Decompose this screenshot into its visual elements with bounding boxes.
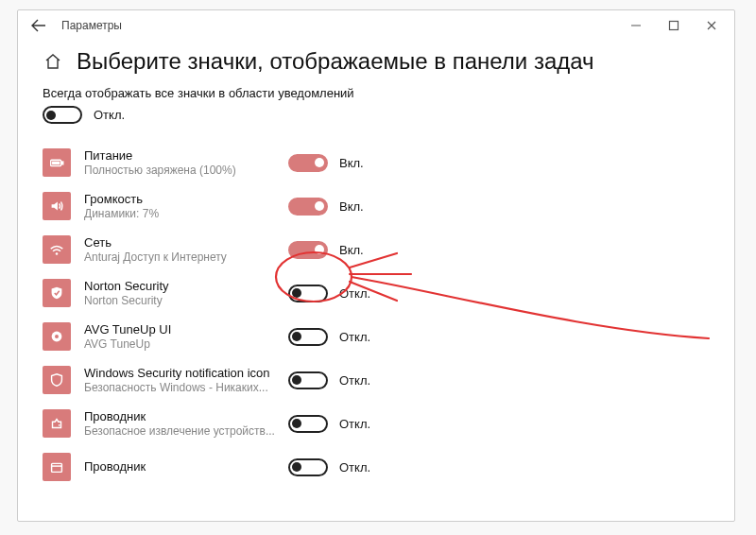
svg-rect-8	[52, 463, 62, 472]
item-toggle[interactable]	[288, 328, 328, 346]
icon-meta: Windows Security notification iconБезопа…	[84, 366, 288, 394]
toggle-wrap: Вкл.	[288, 241, 364, 259]
icon-meta: AVG TuneUp UIAVG TuneUp	[84, 322, 288, 351]
page-title: Выберите значки, отображаемые в панели з…	[77, 48, 594, 75]
item-toggle[interactable]	[288, 285, 328, 302]
winsec-icon	[43, 366, 71, 394]
window-title: Параметры	[61, 19, 122, 32]
icon-row: ПитаниеПолностью заряжена (100%)Вкл.	[43, 141, 710, 184]
item-toggle[interactable]	[288, 458, 328, 476]
icon-row: Windows Security notification iconБезопа…	[43, 358, 710, 402]
icon-subtitle: AVG TuneUp	[84, 337, 288, 351]
toggle-wrap: Вкл.	[288, 198, 364, 216]
maximize-button[interactable]	[655, 12, 693, 39]
icon-row: AVG TuneUp UIAVG TuneUpОткл.	[43, 315, 710, 358]
icon-row: СетьAnturaj Доступ к ИнтернетуВкл.	[43, 228, 710, 271]
master-toggle[interactable]	[43, 106, 82, 124]
content-area: Всегда отображать все значки в области у…	[18, 86, 734, 489]
toggle-wrap: Вкл.	[288, 154, 364, 172]
item-toggle[interactable]	[288, 154, 328, 172]
maximize-icon	[668, 20, 679, 31]
master-toggle-row: Откл.	[43, 106, 710, 124]
icon-subtitle: Безопасность Windows - Никаких...	[84, 381, 288, 394]
icon-row: ГромкостьДинамики: 7%Вкл.	[43, 184, 710, 228]
tune-icon	[43, 322, 71, 351]
svg-point-7	[59, 424, 60, 426]
item-toggle-label: Откл.	[339, 373, 370, 388]
icon-row: ПроводникОткл.	[43, 445, 710, 489]
arrow-left-icon	[31, 18, 46, 33]
close-icon	[706, 20, 717, 31]
close-button[interactable]	[693, 12, 730, 39]
item-toggle-label: Откл.	[339, 330, 370, 344]
icon-meta: СетьAnturaj Доступ к Интернету	[84, 235, 288, 264]
icon-subtitle: Полностью заряжена (100%)	[84, 164, 288, 177]
svg-rect-2	[61, 162, 63, 164]
icon-row: ПроводникБезопасное извлечение устройств…	[43, 402, 710, 445]
icon-subtitle: Безопасное извлечение устройств...	[84, 424, 288, 438]
svg-rect-3	[52, 162, 60, 165]
item-toggle[interactable]	[288, 241, 328, 259]
window-controls	[617, 12, 730, 39]
master-toggle-label: Откл.	[94, 108, 125, 122]
icon-meta: Norton SecurityNorton Security	[84, 279, 288, 307]
icon-title: Питание	[84, 148, 288, 164]
svg-point-4	[56, 252, 59, 255]
icon-meta: ПитаниеПолностью заряжена (100%)	[84, 148, 288, 177]
minimize-button[interactable]	[617, 12, 655, 39]
item-toggle-label: Вкл.	[339, 156, 364, 170]
toggle-wrap: Откл.	[288, 458, 370, 476]
explorer-icon	[43, 453, 71, 481]
home-button[interactable]	[43, 51, 63, 72]
page-header: Выберите значки, отображаемые в панели з…	[18, 41, 734, 86]
home-icon	[43, 52, 62, 71]
settings-window: Параметры Выберите значки, отображаемые …	[17, 9, 735, 522]
icon-subtitle: Динамики: 7%	[84, 207, 288, 220]
titlebar: Параметры	[18, 10, 734, 41]
speaker-icon	[43, 192, 71, 220]
toggle-wrap: Откл.	[288, 328, 370, 346]
item-toggle-label: Вкл.	[339, 199, 364, 214]
wifi-icon	[43, 235, 71, 264]
back-button[interactable]	[27, 14, 50, 37]
eject-icon	[43, 409, 71, 438]
icon-title: Проводник	[84, 409, 288, 424]
toggle-wrap: Откл.	[288, 285, 370, 302]
item-toggle-label: Откл.	[339, 417, 370, 431]
item-toggle[interactable]	[288, 415, 328, 433]
toggle-wrap: Откл.	[288, 415, 370, 433]
item-toggle-label: Откл.	[339, 286, 370, 301]
icon-meta: Проводник	[84, 459, 288, 475]
icon-title: Громкость	[84, 192, 288, 207]
item-toggle-label: Откл.	[339, 460, 370, 475]
icon-title: Windows Security notification icon	[84, 366, 288, 381]
icon-meta: ПроводникБезопасное извлечение устройств…	[84, 409, 288, 438]
item-toggle-label: Вкл.	[339, 243, 364, 257]
icon-meta: ГромкостьДинамики: 7%	[84, 192, 288, 220]
icon-title: AVG TuneUp UI	[84, 322, 288, 337]
svg-point-6	[55, 335, 59, 338]
svg-rect-0	[670, 22, 679, 30]
always-show-label: Всегда отображать все значки в области у…	[43, 86, 710, 100]
icon-title: Сеть	[84, 235, 288, 250]
item-toggle[interactable]	[288, 371, 328, 389]
icon-title: Проводник	[84, 459, 288, 475]
icon-subtitle: Anturaj Доступ к Интернету	[84, 250, 288, 264]
shield-icon	[43, 279, 71, 307]
item-toggle[interactable]	[288, 198, 328, 216]
battery-icon	[43, 148, 71, 177]
minimize-icon	[630, 20, 642, 31]
icon-title: Norton Security	[84, 279, 288, 294]
icon-row: Norton SecurityNorton SecurityОткл.	[43, 271, 710, 315]
icon-subtitle: Norton Security	[84, 294, 288, 307]
icon-list: ПитаниеПолностью заряжена (100%)Вкл.Гром…	[43, 141, 710, 489]
toggle-wrap: Откл.	[288, 371, 370, 389]
